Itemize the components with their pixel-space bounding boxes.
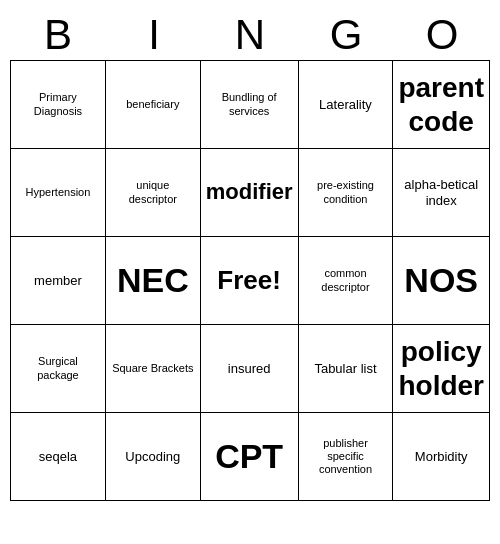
cell-r0-c0: Primary Diagnosis xyxy=(11,61,106,149)
cell-r2-c3: common descriptor xyxy=(299,237,394,325)
bingo-grid: Primary DiagnosisbeneficiaryBundling of … xyxy=(10,60,490,501)
cell-text: alpha-betical index xyxy=(398,177,484,208)
cell-text: Hypertension xyxy=(26,186,91,199)
header-letter: B xyxy=(10,10,106,60)
cell-r2-c0: member xyxy=(11,237,106,325)
cell-r0-c1: beneficiary xyxy=(106,61,201,149)
cell-r2-c2: Free! xyxy=(201,237,299,325)
header-letter: I xyxy=(106,10,202,60)
header-letter: N xyxy=(202,10,298,60)
cell-text: parent code xyxy=(398,71,484,138)
bingo-card: BINGO Primary DiagnosisbeneficiaryBundli… xyxy=(10,10,490,501)
cell-r3-c1: Square Brackets xyxy=(106,325,201,413)
cell-r0-c3: Laterality xyxy=(299,61,394,149)
header-letter: G xyxy=(298,10,394,60)
cell-r3-c4: policy holder xyxy=(393,325,490,413)
cell-text: Primary Diagnosis xyxy=(16,91,100,117)
cell-text: insured xyxy=(228,361,271,377)
cell-r1-c0: Hypertension xyxy=(11,149,106,237)
cell-text: member xyxy=(34,273,82,289)
cell-r1-c2: modifier xyxy=(201,149,299,237)
cell-r0-c4: parent code xyxy=(393,61,490,149)
cell-text: modifier xyxy=(206,179,293,205)
header-letter: O xyxy=(394,10,490,60)
cell-text: common descriptor xyxy=(304,267,388,293)
cell-text: Free! xyxy=(217,265,281,296)
cell-r4-c0: seqela xyxy=(11,413,106,501)
cell-text: Laterality xyxy=(319,97,372,113)
cell-r1-c3: pre-existing condition xyxy=(299,149,394,237)
cell-r3-c0: Surgical package xyxy=(11,325,106,413)
cell-r2-c1: NEC xyxy=(106,237,201,325)
cell-text: Surgical package xyxy=(16,355,100,381)
cell-text: pre-existing condition xyxy=(304,179,388,205)
cell-r4-c2: CPT xyxy=(201,413,299,501)
cell-text: NEC xyxy=(117,260,189,301)
cell-text: policy holder xyxy=(398,335,484,402)
cell-r0-c2: Bundling of services xyxy=(201,61,299,149)
cell-r1-c1: unique descriptor xyxy=(106,149,201,237)
cell-text: Morbidity xyxy=(415,449,468,465)
cell-r4-c1: Upcoding xyxy=(106,413,201,501)
cell-text: publisher specific convention xyxy=(304,437,388,477)
cell-r3-c3: Tabular list xyxy=(299,325,394,413)
cell-r3-c2: insured xyxy=(201,325,299,413)
cell-r4-c3: publisher specific convention xyxy=(299,413,394,501)
cell-text: Tabular list xyxy=(314,361,376,377)
cell-r4-c4: Morbidity xyxy=(393,413,490,501)
cell-text: Bundling of services xyxy=(206,91,293,117)
cell-r1-c4: alpha-betical index xyxy=(393,149,490,237)
cell-text: unique descriptor xyxy=(111,179,195,205)
bingo-header: BINGO xyxy=(10,10,490,60)
cell-text: seqela xyxy=(39,449,77,465)
cell-text: NOS xyxy=(404,260,478,301)
cell-text: beneficiary xyxy=(126,98,179,111)
cell-text: Upcoding xyxy=(125,449,180,465)
cell-r2-c4: NOS xyxy=(393,237,490,325)
cell-text: CPT xyxy=(215,436,283,477)
cell-text: Square Brackets xyxy=(112,362,193,375)
